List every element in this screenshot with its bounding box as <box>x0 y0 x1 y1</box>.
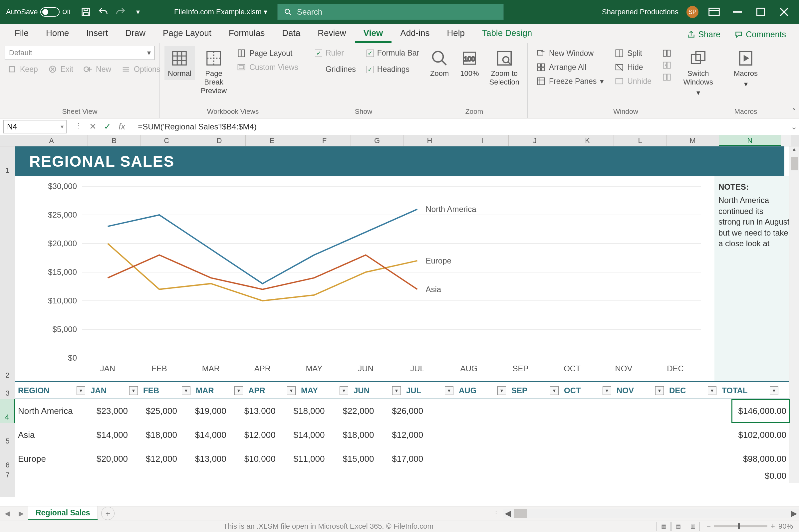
cell-value[interactable]: $11,000 <box>280 447 330 471</box>
search-box[interactable]: Search <box>277 4 504 20</box>
chart[interactable]: $0$5,000$10,000$15,000$20,000$25,000$30,… <box>15 176 714 381</box>
sync-scroll-button[interactable] <box>659 48 674 59</box>
cell-value[interactable]: $12,000 <box>378 423 428 447</box>
redo-icon[interactable] <box>115 6 126 18</box>
cell-value[interactable] <box>428 447 477 471</box>
cell-region[interactable] <box>15 471 83 481</box>
normal-view-icon[interactable]: ▦ <box>656 522 670 531</box>
column-header-I[interactable]: I <box>456 135 509 146</box>
name-box-menu-icon[interactable]: ⋮ <box>75 121 82 132</box>
zoom-selection-button[interactable]: Zoom to Selection <box>486 46 523 89</box>
cell-value[interactable] <box>576 471 625 481</box>
page-layout-button[interactable]: Page Layout <box>234 48 301 59</box>
column-header-L[interactable]: L <box>614 135 667 146</box>
account-name[interactable]: Sharpened Productions <box>602 8 679 16</box>
cell-value[interactable]: $18,000 <box>330 423 379 447</box>
filter-icon[interactable]: ▼ <box>392 386 401 395</box>
unhide-button[interactable]: Unhide <box>612 76 654 87</box>
undo-icon[interactable] <box>97 6 109 18</box>
custom-views-button[interactable]: Custom Views <box>234 62 301 73</box>
cell-value[interactable]: $18,000 <box>132 423 182 447</box>
tab-scroll-split-icon[interactable]: ⋮ <box>493 509 499 517</box>
tab-file[interactable]: File <box>6 23 37 43</box>
row-header-2[interactable]: 2 <box>0 176 15 381</box>
column-header-A[interactable]: A <box>15 135 88 146</box>
tab-table-design[interactable]: Table Design <box>473 23 541 43</box>
filter-icon[interactable]: ▼ <box>708 386 717 395</box>
cell-total[interactable]: $98,000.00 <box>732 447 790 471</box>
cell-value[interactable] <box>428 399 477 423</box>
ruler-checkbox[interactable]: ✓Ruler <box>312 48 358 58</box>
qat-dropdown-icon[interactable]: ▾ <box>132 6 144 18</box>
cell-value[interactable] <box>280 471 330 481</box>
table-header-mar[interactable]: MAR▼ <box>193 382 246 399</box>
cell-region[interactable]: North America <box>15 399 83 423</box>
reset-button[interactable] <box>659 60 674 71</box>
cell-value[interactable] <box>674 399 732 423</box>
row-header-6[interactable]: 6 <box>0 447 15 471</box>
cell-total[interactable]: $0.00 <box>732 471 790 481</box>
tab-review[interactable]: Review <box>309 23 355 43</box>
zoom-slider[interactable]: − + 90% <box>706 522 793 531</box>
column-header-E[interactable]: E <box>246 135 298 146</box>
name-box[interactable]: N4 <box>3 120 67 133</box>
column-header-H[interactable]: H <box>404 135 456 146</box>
row-header-1[interactable]: 1 <box>0 146 15 176</box>
autosave-toggle[interactable]: AutoSave Off <box>0 7 76 17</box>
cell-value[interactable]: $12,000 <box>231 423 280 447</box>
cell-value[interactable]: $10,000 <box>231 447 280 471</box>
table-header-oct[interactable]: OCT▼ <box>561 382 614 399</box>
table-header-jul[interactable]: JUL▼ <box>404 382 456 399</box>
tab-data[interactable]: Data <box>273 23 309 43</box>
row-header-7[interactable]: 7 <box>0 471 15 481</box>
exit-button[interactable]: Exit <box>45 64 76 75</box>
tab-home[interactable]: Home <box>37 23 78 43</box>
expand-formula-icon[interactable]: ⌄ <box>789 122 799 131</box>
tab-page-layout[interactable]: Page Layout <box>154 23 220 43</box>
formula-input[interactable]: =SUM('Regional Sales'!$B4:$M4) <box>134 122 789 131</box>
cell-value[interactable] <box>576 423 625 447</box>
table-header-apr[interactable]: APR▼ <box>246 382 298 399</box>
filter-icon[interactable]: ▼ <box>445 386 453 395</box>
switch-windows-button[interactable]: Switch Windows ▾ <box>678 46 718 99</box>
share-button[interactable]: Share <box>680 26 727 43</box>
table-header-sep[interactable]: SEP▼ <box>509 382 561 399</box>
table-row[interactable]: Asia$14,000$18,000$14,000$12,000$14,000$… <box>15 423 790 447</box>
cell-value[interactable] <box>428 471 477 481</box>
column-header-B[interactable]: B <box>88 135 141 146</box>
cell-value[interactable] <box>625 423 674 447</box>
table-row[interactable]: North America$23,000$25,000$19,000$13,00… <box>15 399 790 423</box>
maximize-icon[interactable] <box>753 4 768 20</box>
table-header-dec[interactable]: DEC▼ <box>667 382 719 399</box>
zoom-100-button[interactable]: 100100% <box>456 46 483 80</box>
cell-value[interactable]: $13,000 <box>231 399 280 423</box>
filter-icon[interactable]: ▼ <box>497 386 506 395</box>
gridlines-checkbox[interactable]: Gridlines <box>312 64 358 75</box>
filter-icon[interactable]: ▼ <box>339 386 348 395</box>
avatar[interactable]: SP <box>686 6 699 18</box>
cell-value[interactable] <box>477 423 526 447</box>
page-layout-view-icon[interactable]: ▤ <box>671 522 685 531</box>
add-sheet-icon[interactable]: ＋ <box>101 507 114 520</box>
ribbon-mode-icon[interactable] <box>706 4 722 20</box>
cell-value[interactable]: $18,000 <box>280 399 330 423</box>
zoom-button[interactable]: Zoom <box>426 46 453 80</box>
cell-value[interactable] <box>625 471 674 481</box>
freeze-panes-button[interactable]: Freeze Panes ▾ <box>534 76 607 87</box>
normal-view-button[interactable]: Normal <box>165 46 195 80</box>
minimize-icon[interactable] <box>730 4 745 20</box>
cell-value[interactable] <box>526 423 576 447</box>
new-window-button[interactable]: New Window <box>534 48 607 59</box>
tab-addins[interactable]: Add-ins <box>391 23 438 43</box>
table-header-feb[interactable]: FEB▼ <box>141 382 193 399</box>
tab-insert[interactable]: Insert <box>78 23 116 43</box>
zoom-in-icon[interactable]: + <box>771 522 775 531</box>
table-header-aug[interactable]: AUG▼ <box>456 382 509 399</box>
cell-value[interactable] <box>132 471 182 481</box>
filter-icon[interactable]: ▼ <box>287 386 296 395</box>
save-icon[interactable] <box>80 6 92 18</box>
comments-button[interactable]: Comments <box>727 26 793 43</box>
column-header-C[interactable]: C <box>141 135 193 146</box>
table-header-jan[interactable]: JAN▼ <box>88 382 141 399</box>
cell-value[interactable] <box>477 471 526 481</box>
